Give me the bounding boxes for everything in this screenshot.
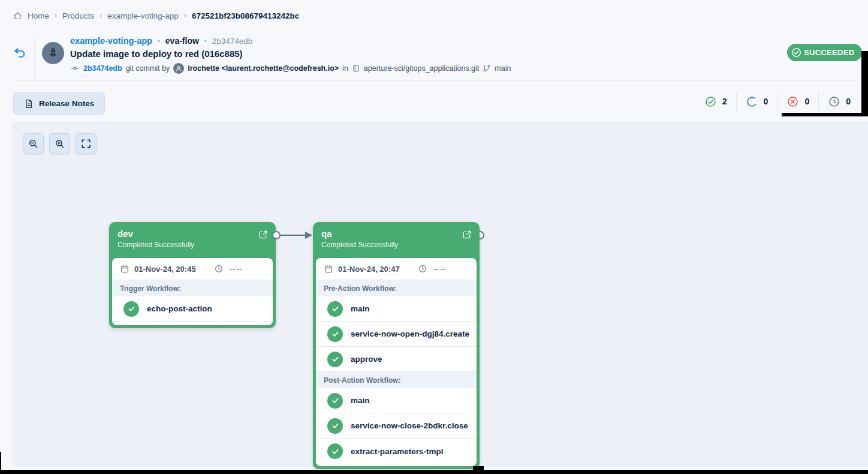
spinner-icon <box>743 92 761 110</box>
back-button[interactable] <box>13 46 28 60</box>
workflow-step[interactable]: service-now-open-dgj84.create… <box>316 322 477 347</box>
dot-separator: • <box>204 37 207 44</box>
step-name: approve <box>351 355 382 364</box>
app-name-link[interactable]: example-voting-app <box>70 36 152 46</box>
person-icon <box>175 65 182 72</box>
stage-name: qa <box>321 229 471 239</box>
stage-card-header: dev Completed Successfully <box>109 222 276 258</box>
dot-separator: • <box>158 37 160 44</box>
commit-author: lrochette <laurent.rochette@codefresh.io… <box>188 64 339 73</box>
step-success-icon <box>327 326 343 342</box>
step-name: main <box>351 304 370 313</box>
counter-failed[interactable]: 0 <box>777 95 818 108</box>
workflow-section-label: Post-Action Workflow: <box>316 372 477 388</box>
stage-card-qa[interactable]: qa Completed Successfully 01-Nov-24, 20:… <box>313 222 480 469</box>
release-title: Update image to deploy to red (016c885) <box>70 49 511 59</box>
step-success-icon <box>327 418 343 434</box>
clock-icon <box>418 264 427 274</box>
status-counters: 2 0 0 0 <box>695 91 860 112</box>
repository-icon <box>352 64 360 73</box>
window-edge-artifact-right <box>861 51 868 116</box>
status-badge-label: SUCCEEDED <box>804 48 854 57</box>
fit-to-screen-button[interactable] <box>76 133 97 154</box>
check-circle-icon <box>704 95 717 108</box>
status-badge: SUCCEEDED <box>787 44 862 61</box>
clock-icon <box>828 95 840 108</box>
succeeded-count: 2 <box>722 97 727 106</box>
section-divider <box>13 80 860 81</box>
check-circle-icon <box>791 47 802 58</box>
repo-name[interactable]: aperture-sci/gitops_applications.git <box>364 64 479 73</box>
external-link-icon[interactable] <box>258 230 268 239</box>
delayed-count: 0 <box>846 97 851 106</box>
breadcrumb-separator: › <box>184 11 186 20</box>
external-link-icon[interactable] <box>462 230 472 239</box>
user-avatar <box>173 63 184 74</box>
zoom-controls <box>23 133 97 154</box>
stage-date: 01-Nov-24, 20:47 <box>338 265 400 274</box>
workflow-section-label: Trigger Workflow: <box>112 280 273 296</box>
home-icon <box>13 11 22 20</box>
workflow-step[interactable]: main <box>316 388 477 413</box>
counter-running[interactable]: 0 <box>737 95 777 108</box>
commit-sha-link[interactable]: 2b3474edb <box>83 64 122 73</box>
window-edge-artifact-nub <box>473 466 484 474</box>
step-name: service-now-close-2bdkr.close… <box>351 421 469 430</box>
workflow-step[interactable]: approve <box>316 347 477 372</box>
window-edge-artifact-bottom <box>0 470 868 474</box>
zoom-in-button[interactable] <box>49 133 70 154</box>
counter-succeeded[interactable]: 2 <box>695 95 736 108</box>
stage-date: 01-Nov-24, 20:45 <box>134 265 196 274</box>
git-commit-icon <box>70 64 80 73</box>
step-success-icon <box>327 301 343 317</box>
workflow-step[interactable]: main <box>316 296 477 322</box>
workflow-step[interactable]: extract-parameters-tmpl <box>316 439 477 464</box>
breadcrumb-item-home[interactable]: Home <box>28 11 49 20</box>
running-count: 0 <box>764 97 768 106</box>
header-divider <box>34 37 35 79</box>
breadcrumb-item-products[interactable]: Products <box>62 11 94 20</box>
stage-duration: -- -- <box>230 265 242 274</box>
dev-output-port <box>272 231 281 239</box>
failed-count: 0 <box>804 97 809 106</box>
breadcrumb-separator: › <box>100 11 102 20</box>
document-icon <box>24 99 34 109</box>
commit-in-label: in <box>342 64 348 73</box>
stage-duration: -- -- <box>433 265 446 274</box>
commit-by-label: git commit by <box>126 64 170 73</box>
stage-status: Completed Successfully <box>117 241 267 249</box>
step-success-icon <box>123 301 139 317</box>
zoom-in-icon <box>54 138 65 149</box>
release-sha: 2b3474edb <box>212 37 253 46</box>
fullscreen-icon <box>80 138 92 149</box>
calendar-icon <box>324 264 333 274</box>
workflow-section-label: Pre-Action Workflow: <box>316 280 477 296</box>
workflow-step[interactable]: service-now-close-2bdkr.close… <box>316 413 477 439</box>
git-branch-icon <box>483 64 491 73</box>
release-notes-button[interactable]: Release Notes <box>13 92 105 115</box>
stage-card-body: 01-Nov-24, 20:45 -- -- Trigger Workflow:… <box>112 258 273 325</box>
counter-delayed[interactable]: 0 <box>819 95 860 108</box>
flow-name: eva-flow <box>165 36 199 46</box>
rocket-icon <box>47 47 59 59</box>
stage-status: Completed Successfully <box>321 241 471 249</box>
step-name: extract-parameters-tmpl <box>351 447 444 456</box>
breadcrumb-item-app[interactable]: example-voting-app <box>107 11 179 20</box>
commit-info-line: 2b3474edb git commit by lrochette <laure… <box>70 63 511 74</box>
step-name: service-now-open-dgj84.create… <box>351 329 469 338</box>
stage-card-header: qa Completed Successfully <box>313 222 480 258</box>
release-header: example-voting-app • eva-flow • 2b3474ed… <box>70 35 511 74</box>
breadcrumb: Home › Products › example-voting-app › 6… <box>13 8 299 23</box>
branch-name: main <box>495 64 511 73</box>
zoom-out-icon <box>28 138 39 149</box>
rocket-avatar <box>42 42 64 64</box>
zoom-out-button[interactable] <box>23 133 44 154</box>
breadcrumb-separator: › <box>55 11 57 20</box>
stage-meta-row: 01-Nov-24, 20:45 -- -- <box>112 258 273 280</box>
stage-card-dev[interactable]: dev Completed Successfully 01-Nov-24, 20… <box>109 222 276 328</box>
clock-icon <box>214 264 224 274</box>
step-success-icon <box>327 352 343 367</box>
step-name: main <box>351 396 370 405</box>
workflow-step[interactable]: echo-post-action <box>112 296 273 322</box>
card-filler <box>112 322 273 325</box>
